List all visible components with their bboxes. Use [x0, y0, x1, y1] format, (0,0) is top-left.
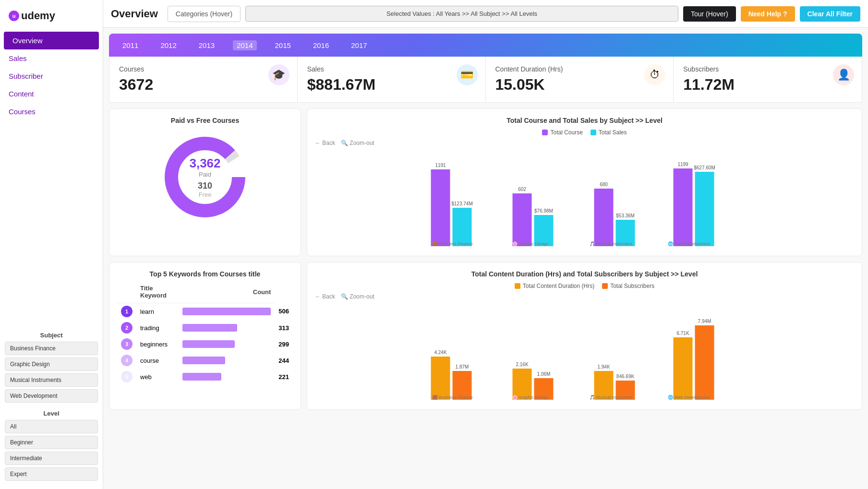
year-2017[interactable]: 2017 [347, 40, 371, 50]
nav-item-subscriber[interactable]: Subscriber [0, 67, 103, 85]
kpi-courses: Courses 3672 🎓 [109, 57, 298, 102]
selected-values-button[interactable]: Selected Values : All Years >> All Subje… [245, 6, 678, 22]
need-help-button[interactable]: Need Help ? [741, 6, 795, 22]
bar-bf-dur [431, 357, 450, 400]
kw-count-cell: 313 [275, 320, 293, 336]
nav-item-courses[interactable]: Courses [0, 103, 103, 120]
content-subscribers-bars-svg: 4.24K 1.87M 🟫 Business Finance 2.16K 1.0… [315, 304, 854, 400]
main-content: Overview Categories (Hover) Selected Val… [103, 0, 868, 489]
nav-item-content[interactable]: Content [0, 85, 103, 103]
kw-keyword-cell: trading [136, 320, 179, 336]
bar-wd-dur [674, 337, 693, 400]
filter-level-expert[interactable]: Expert [5, 467, 98, 481]
nav-item-overview[interactable]: Overview [4, 32, 99, 49]
kw-count-cell: 244 [275, 352, 293, 369]
dashboard: 2011 2012 2013 2014 2015 2016 2017 Cours… [103, 28, 868, 489]
bar-mi-sales-label: $53.36M [616, 213, 635, 218]
kpi-courses-label: Courses [119, 65, 288, 73]
year-2012[interactable]: 2012 [157, 40, 180, 50]
content-controls: ← Back 🔍 Zoom-out [315, 293, 854, 300]
subject-filter-title: Subject [5, 332, 98, 339]
cs-bar-gd-subject: 🌸 Graphic Design [512, 394, 549, 400]
courses-icon: 🎓 [268, 64, 289, 85]
bar-mi-course [594, 189, 614, 246]
zoom-out-button[interactable]: 🔍 Zoom-out [341, 140, 374, 146]
filter-musical-instruments[interactable]: Musical Instruments [5, 373, 98, 387]
filter-level-beginner[interactable]: Beginner [5, 436, 98, 449]
nav-item-sales[interactable]: Sales [0, 49, 103, 67]
kpi-subscribers: Subscribers 11.72M 👤 [674, 57, 862, 102]
course-sales-chart: Total Course and Total Sales by Subject … [307, 108, 862, 256]
back-button[interactable]: ← Back [315, 140, 335, 146]
content-icon: ⏱ [644, 64, 665, 85]
legend-total-duration: Total Content Duration (Hrs) [515, 283, 594, 289]
charts-row2: Top 5 Keywords from Courses title Title … [109, 262, 862, 410]
content-subscribers-chart: Total Content Duration (Hrs) and Total S… [307, 262, 862, 410]
kw-bar-cell [179, 352, 275, 369]
kpi-content-duration: Content Duration (Hrs) 15.05K ⏱ [486, 57, 674, 102]
bar-mi-subject: 🎵 Musical Instrument [590, 241, 633, 246]
categories-hover-button[interactable]: Categories (Hover) [168, 6, 241, 22]
cs-bar-bf-subject: 🟫 Business Finance [432, 394, 473, 400]
kw-rank-badge: 4 [121, 355, 133, 366]
bar-wd-course-label: 1199 [677, 162, 688, 167]
kw-rank-cell: 4 [117, 352, 136, 369]
year-2015[interactable]: 2015 [271, 40, 295, 50]
donut-container: 3,362 Paid 310 Free [117, 129, 293, 225]
filter-web-development[interactable]: Web Development [5, 389, 98, 403]
kw-row-trading: 2 trading 313 [117, 320, 293, 336]
back-button2[interactable]: ← Back [315, 293, 335, 300]
bar-wd-sub-label: 7.94M [698, 319, 711, 324]
kpi-subscribers-value: 11.72M [683, 76, 852, 94]
donut-svg [157, 129, 253, 225]
svg-text:u: u [12, 13, 16, 19]
bar-wd-dur-label: 6.71K [676, 331, 689, 336]
legend-label-sales: Total Sales [599, 129, 627, 136]
bar-mi-dur-label: 1.94K [597, 364, 610, 370]
kw-keyword-cell: beginners [136, 336, 179, 352]
year-2011[interactable]: 2011 [119, 40, 142, 50]
kw-bar [182, 308, 271, 315]
kw-col-keyword: Title Keyword [136, 283, 179, 303]
kw-rank-cell: 5 [117, 369, 136, 385]
kw-row-learn: 1 learn 506 [117, 303, 293, 320]
kpi-courses-value: 3672 [119, 76, 288, 94]
subscribers-icon: 👤 [833, 64, 854, 85]
filter-level-intermediate[interactable]: Intermediate [5, 452, 98, 465]
year-2016[interactable]: 2016 [309, 40, 333, 50]
bar-gd-subject: 🌸 Graphic Design [512, 241, 549, 246]
kw-row-web: 5 web 221 [117, 369, 293, 385]
bar-gd-course [513, 193, 532, 246]
course-sales-legend: Total Course Total Sales [315, 129, 854, 136]
tour-hover-button[interactable]: Tour (Hover) [683, 6, 736, 22]
keywords-chart: Top 5 Keywords from Courses title Title … [109, 262, 301, 410]
kw-col-rank [117, 283, 136, 303]
zoom-out-button2[interactable]: 🔍 Zoom-out [341, 293, 374, 300]
year-2013[interactable]: 2013 [195, 40, 218, 50]
kw-rank-cell: 3 [117, 336, 136, 352]
filter-business-finance[interactable]: Business Finance [5, 342, 98, 355]
legend-total-subscribers: Total Subscribers [602, 283, 654, 289]
level-filter-title: Level [5, 410, 98, 417]
legend-dot-sales [591, 130, 596, 135]
keywords-table-body: 1 learn 506 2 trading 313 3 beginners 29… [117, 303, 293, 385]
content-subscribers-legend: Total Content Duration (Hrs) Total Subsc… [315, 283, 854, 289]
filter-level-all[interactable]: All [5, 420, 98, 433]
kpi-sales-value: $881.67M [307, 76, 476, 94]
filter-graphic-design[interactable]: Graphic Design [5, 358, 98, 371]
legend-label-duration: Total Content Duration (Hrs) [523, 283, 594, 289]
kw-bar [182, 373, 221, 381]
kw-count-cell: 299 [275, 336, 293, 352]
kw-bar-cell [179, 303, 275, 320]
course-sales-title: Total Course and Total Sales by Subject … [315, 117, 854, 124]
kw-bar-cell [179, 369, 275, 385]
kw-rank-cell: 1 [117, 303, 136, 320]
course-sales-controls: ← Back 🔍 Zoom-out [315, 140, 854, 146]
kw-keyword-cell: web [136, 369, 179, 385]
clear-all-filter-button[interactable]: Clear All Filter [800, 6, 860, 22]
kw-rank-badge: 1 [121, 306, 133, 317]
page-title: Overview [111, 8, 158, 20]
year-2014[interactable]: 2014 [233, 40, 256, 50]
kw-col-count: Count [179, 283, 275, 303]
charts-row1: Paid vs Free Courses 3,362 Paid 310 Free [109, 108, 862, 256]
